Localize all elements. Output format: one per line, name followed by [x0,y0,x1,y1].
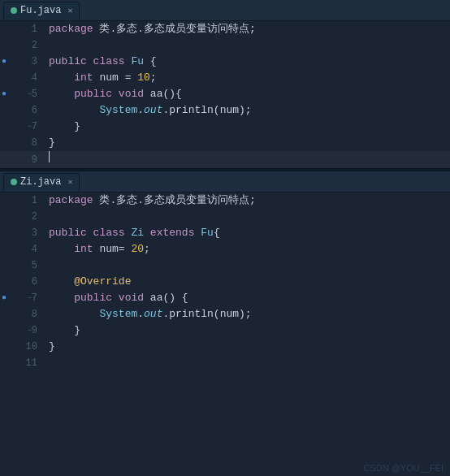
line-content: int num= 20; [42,241,150,257]
line-gutter: 2 [0,37,42,54]
zi-code-lines: 1package 类.多态.多态成员变量访问特点;2 3public class… [0,193,450,371]
code-line: 6 System.out.println(num); [0,102,450,119]
fold-icon[interactable]: − [28,119,32,135]
token-plain: .println(num); [162,104,251,116]
line-number: 1 [24,21,37,37]
line-content: public class Zi extends Fu{ [42,225,220,241]
fu-tab-dot [11,7,17,14]
token-plain [49,104,99,116]
fu-tab-label: Fu.java [20,5,61,16]
code-line: 8 System.out.println(num); [0,306,450,322]
line-content: package 类.多态.多态成员变量访问特点; [42,21,256,37]
token-plain: .println(num); [162,308,251,320]
line-gutter: ●−5 [0,86,42,102]
line-gutter: 6 [0,102,42,119]
code-line: ●3public class Fu { [0,54,450,70]
token-plain [49,243,74,255]
token-kw: class [93,55,132,67]
line-number: 2 [24,209,37,225]
token-kw: public [49,227,93,239]
code-line: −9 } [0,322,450,339]
fold-icon[interactable]: − [28,290,32,306]
line-gutter: 4 [0,70,42,86]
editor-container: Fu.java ✕ 1package 类.多态.多态成员变量访问特点;2 ●3p… [0,0,450,476]
line-gutter: ●−7 [0,290,42,306]
token-plain: aa() { [144,292,188,304]
code-line: 2 [0,209,450,225]
line-content: } [42,135,55,151]
line-number: 3 [24,225,37,241]
token-number: 20 [131,243,144,255]
line-content: int num = 10; [42,70,157,86]
fu-tab-close[interactable]: ✕ [67,6,72,15]
line-number: 10 [24,339,37,355]
token-plain [49,292,74,304]
line-number: 4 [24,241,37,257]
token-plain: . [137,104,144,116]
line-gutter: 8 [0,306,42,322]
watermark: CSDN @YOU__FEI [363,463,444,473]
token-type-name: Fu [131,55,144,67]
line-content: package 类.多态.多态成员变量访问特点; [42,193,256,209]
token-plain: } [49,340,55,353]
token-kw: package [49,23,99,35]
line-number: 3 [24,54,37,70]
line-gutter: 11 [0,355,42,371]
line-content: } [42,119,80,135]
fu-pane: Fu.java ✕ 1package 类.多态.多态成员变量访问特点;2 ●3p… [0,0,450,168]
fu-code-lines: 1package 类.多态.多态成员变量访问特点;2 ●3public clas… [0,21,450,168]
token-kw: void [119,88,144,100]
line-content: System.out.println(num); [42,102,252,119]
token-type-name: Fu [201,227,214,239]
code-line: 1package 类.多态.多态成员变量访问特点; [0,193,450,209]
zi-tab-bar: Zi.java ✕ [0,171,450,193]
line-number: 4 [24,70,37,86]
line-gutter: 3 [0,225,42,241]
token-plain [49,88,74,100]
line-gutter: 10 [0,339,42,355]
line-content [42,257,55,274]
line-gutter: −7 [0,119,42,135]
line-content: public void aa(){ [42,86,182,102]
token-plain: . [137,308,144,320]
token-number: 10 [137,71,150,84]
token-kw: extends [150,227,201,239]
token-plain [49,71,74,84]
code-line: 9 [0,151,450,168]
line-content [42,355,55,371]
code-line: 5 [0,257,450,274]
token-plain: ; [150,71,157,84]
line-number: 9 [24,152,37,168]
zi-tab-dot [11,179,17,185]
fold-icon[interactable]: − [28,322,32,339]
token-plain: } [49,136,55,149]
line-content: public class Fu { [42,54,157,70]
line-gutter: 1 [0,193,42,209]
token-kw: public [74,88,119,100]
code-line: 6 @Override [0,274,450,290]
zi-tab-label: Zi.java [20,176,61,188]
line-content: } [42,339,55,355]
token-plain: { [144,55,157,67]
line-gutter: 6 [0,274,42,290]
line-content [42,37,55,54]
zi-tab[interactable]: Zi.java ✕ [3,173,80,191]
code-line: 10} [0,339,450,355]
line-number: 5 [24,257,37,274]
token-out-italic: out [144,104,162,116]
fold-icon[interactable]: − [28,86,32,102]
line-number: 8 [24,135,37,151]
breakpoint-icon: ● [2,86,6,102]
line-gutter: 4 [0,241,42,257]
token-plain: num = [93,71,138,84]
line-gutter: ●3 [0,54,42,70]
token-kw: public [49,55,93,67]
fu-tab[interactable]: Fu.java ✕ [3,2,80,19]
line-gutter: 8 [0,135,42,151]
zi-tab-close[interactable]: ✕ [67,177,72,187]
token-kw: int [74,243,93,255]
token-plain [144,227,150,239]
token-plain: aa(){ [144,88,182,100]
token-kw: class [93,227,132,239]
token-plain: 类.多态.多态成员变量访问特点; [99,23,255,35]
